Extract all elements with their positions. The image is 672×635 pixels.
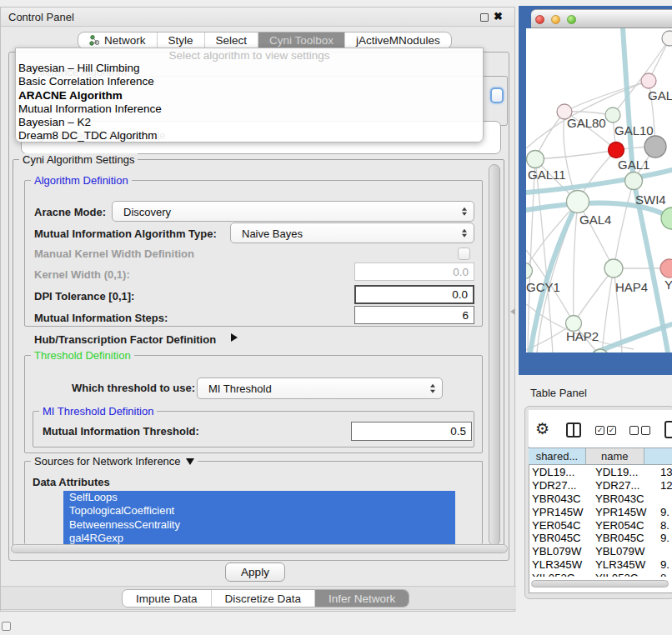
gear-icon[interactable]: ⚙ [535, 419, 549, 438]
collapse-arrow-icon[interactable] [186, 458, 194, 465]
screen: { "control_panel": { "title": "Control P… [0, 0, 672, 635]
graph-edge[interactable] [614, 181, 634, 268]
table-row[interactable]: YBL079WYBL079W [529, 545, 672, 558]
tab-jactivemnodules[interactable]: jActiveMNodules [344, 32, 451, 48]
table-row[interactable]: YLR345WYLR345W9. [529, 558, 672, 572]
table-row[interactable]: YER054CYER054C8. [529, 519, 672, 532]
tab-network[interactable]: Network [78, 32, 157, 48]
table-header: shared...name [529, 448, 672, 465]
focused-spinner-button[interactable] [490, 88, 504, 103]
algorithm-option-dream8-dc-tdc-algorithm[interactable]: Dream8 DC_TDC Algorithm [16, 129, 483, 142]
algorithm-option-bayesian-hill-climbing[interactable]: Bayesian – Hill Climbing [16, 62, 483, 75]
close-traffic-light[interactable] [535, 15, 544, 24]
columns-icon[interactable] [566, 422, 581, 438]
table-panel-title: Table Panel [530, 387, 587, 399]
bottom-tab-discretize-data[interactable]: Discretize Data [211, 590, 315, 607]
horizontal-scrollbar[interactable] [11, 544, 508, 553]
control-panel-title: Control Panel [8, 11, 74, 23]
table-row[interactable]: YBR045CYBR045C9. [529, 532, 672, 545]
graph-node[interactable] [644, 136, 666, 158]
column-header-2[interactable] [644, 448, 672, 464]
mi-threshold-label: Mutual Information Threshold: [43, 425, 199, 438]
checked-box-icon[interactable]: ✓ [607, 426, 616, 435]
attribute-item-selfloops[interactable]: SelfLoops [63, 491, 455, 504]
table-cell [656, 492, 672, 506]
graph-edge[interactable] [574, 268, 614, 323]
cyni-algorithm-settings-title: Cyni Algorithm Settings [19, 153, 138, 166]
graph-node-gal11[interactable] [527, 151, 544, 168]
which-threshold-combo[interactable]: MI Threshold [197, 378, 443, 399]
algorithm-definition-title: Algorithm Definition [31, 174, 132, 187]
tab-cyni-toolbox[interactable]: Cyni Toolbox [258, 32, 344, 48]
graph-edge[interactable] [613, 38, 669, 115]
graph-node-hap4[interactable] [604, 259, 623, 278]
table-row[interactable]: YPR145WYPR145W9. [529, 506, 672, 519]
tab-select[interactable]: Select [204, 32, 258, 48]
table-row[interactable]: YDL19...YDL19...13 [529, 466, 672, 479]
algorithm-option-bayesian-k2[interactable]: Bayesian – K2 [16, 116, 483, 129]
table-horizontal-scrollbar[interactable] [531, 580, 669, 588]
table-cell: YBR045C [529, 532, 592, 545]
mi-type-combo[interactable]: Naive Bayes [230, 222, 474, 243]
attribute-item-topologicalcoefficient[interactable]: TopologicalCoefficient [63, 504, 455, 518]
attribute-item-gal4rgexp[interactable]: gal4RGexp [63, 532, 455, 545]
graph-edge-thick[interactable] [595, 324, 672, 352]
graph-node-y[interactable] [660, 259, 672, 278]
table-cell: YDL19... [592, 466, 656, 479]
checked-box-icon[interactable]: ✓ [595, 426, 604, 435]
network-canvas[interactable]: GALGAL80GAL10GAL1GAL11SWI4GAL4GCY1HAP4YH… [526, 28, 672, 352]
algorithm-option-aracne-algorithm[interactable]: ARACNE Algorithm [16, 89, 483, 102]
aracne-mode-combo[interactable]: Discovery [112, 201, 474, 222]
apply-button-label: Apply [241, 566, 269, 578]
close-icon[interactable]: ✖ [494, 10, 503, 22]
control-panel-window: Control Panel ✖ NetworkStyleSelectCyni T… [0, 7, 515, 612]
column-header-name[interactable]: name [586, 448, 644, 464]
graph-node-swi4[interactable] [625, 172, 643, 190]
combo-arrows-icon [462, 228, 467, 238]
unchecked-box-icon[interactable] [629, 426, 639, 435]
graph-node-gcy1[interactable] [526, 263, 533, 279]
combo-arrows-icon [430, 384, 435, 393]
bottom-tab-bar: Impute DataDiscretize DataInfer Network [122, 589, 409, 608]
expand-arrow-icon[interactable] [231, 333, 238, 342]
column-header-shared-[interactable]: shared... [529, 448, 586, 464]
table-row[interactable]: YBR043CYBR043C [529, 492, 672, 506]
node-label: GAL11 [528, 168, 566, 182]
graph-node-gal[interactable] [641, 73, 656, 88]
bottom-tab-infer-network[interactable]: Infer Network [314, 590, 409, 607]
table-cell: YDR27... [529, 479, 592, 492]
tab-style[interactable]: Style [157, 32, 204, 48]
graph-node-gal10[interactable] [605, 108, 620, 122]
graph-node-gal1[interactable] [609, 142, 624, 158]
document-icon[interactable] [664, 421, 672, 438]
manual-kernel-checkbox[interactable] [458, 248, 470, 260]
zoom-traffic-light[interactable] [567, 15, 576, 24]
network-window-titlebar[interactable] [531, 9, 672, 28]
control-panel-titlebar: Control Panel ✖ [1, 8, 514, 27]
unchecked-box-icon[interactable] [641, 426, 650, 435]
splitter-collapse-icon[interactable] [510, 308, 515, 315]
node-label: GAL4 [579, 212, 611, 227]
graph-edge[interactable] [574, 202, 578, 323]
minimized-panel-icon[interactable] [2, 622, 11, 631]
bottom-tab-impute-data[interactable]: Impute Data [123, 590, 211, 607]
dpi-tolerance-input[interactable]: 0.0 [354, 285, 474, 304]
float-window-icon[interactable] [480, 13, 489, 22]
attribute-item-betweennesscentrality[interactable]: BetweennessCentrality [63, 518, 455, 532]
graph-node[interactable] [662, 31, 672, 46]
graph-node-gal4[interactable] [567, 191, 589, 213]
kernel-width-input[interactable]: 0.0 [354, 262, 474, 281]
apply-button[interactable]: Apply [225, 562, 285, 582]
graph-edge[interactable] [535, 150, 616, 159]
minimize-traffic-light[interactable] [551, 15, 560, 24]
algorithm-option-basic-correlation-inference[interactable]: Basic Correlation Inference [16, 75, 483, 88]
mi-steps-input[interactable]: 6 [354, 306, 474, 324]
table-cell [656, 545, 672, 558]
sources-group-title: Sources for Network Inference [31, 455, 198, 468]
vertical-scrollbar[interactable] [489, 164, 500, 546]
algorithm-option-mutual-information-inference[interactable]: Mutual Information Inference [16, 102, 483, 116]
table-row[interactable]: YDR27...YDR27...12 [529, 479, 672, 492]
mi-threshold-input[interactable]: 0.5 [351, 422, 472, 441]
which-threshold-label: Which threshold to use: [72, 382, 195, 394]
graph-node[interactable] [661, 208, 672, 229]
